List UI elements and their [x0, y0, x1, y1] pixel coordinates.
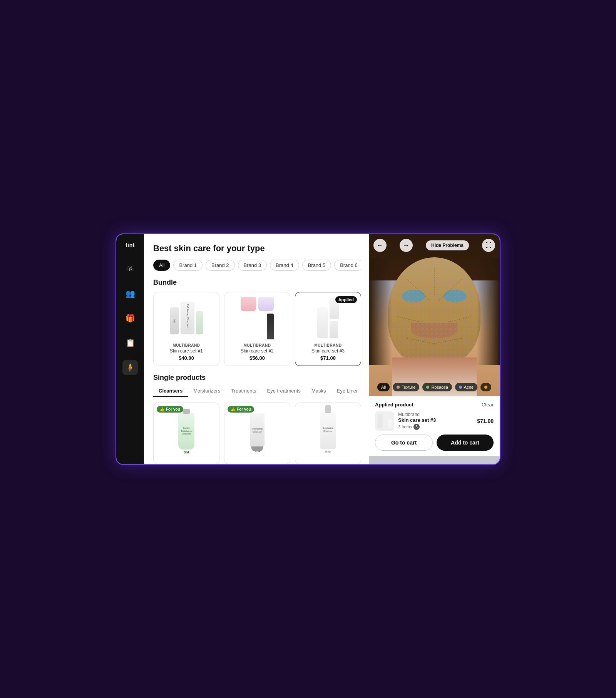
bundle-1-bottle-1: tint [170, 307, 179, 334]
app-window: tint 🛍 👥 🎁 📋 🧍 Best skin care for your t… [116, 233, 500, 465]
brand-filter-1[interactable]: Brand 1 [173, 260, 203, 271]
bundle-card-2[interactable]: MULTIBRAND Skin care set #2 $56.00 [224, 292, 290, 366]
brand-filter-all[interactable]: All [153, 260, 170, 271]
applied-product-thumb [375, 411, 394, 431]
brand-filter-2[interactable]: Brand 2 [206, 260, 235, 271]
page-title: Best skin care for your type [153, 243, 361, 253]
bundle-card-3[interactable]: Applied MULTIBRAND [295, 292, 361, 366]
skin-tag-all[interactable]: All [377, 383, 390, 391]
svg-line-5 [397, 317, 420, 322]
action-buttons: Go to cart Add to cart [375, 435, 494, 451]
product-card-3[interactable]: ExfoliatingCleanser tint [295, 403, 361, 464]
bundle-2-bottle-2 [258, 297, 274, 311]
bundle-3-price: $71.00 [300, 355, 356, 361]
more-dot [484, 386, 487, 389]
tab-masks[interactable]: Masks [306, 386, 331, 397]
top-section: Best skin care for your type All Brand 1… [144, 234, 500, 464]
texture-dot [397, 386, 400, 389]
skin-tags: All Texture Rosacea [369, 383, 500, 391]
brand-filters: All Brand 1 Brand 2 Brand 3 Brand 4 Bran… [153, 260, 361, 271]
forward-button[interactable]: → [400, 239, 413, 252]
bundle-2-products [241, 297, 274, 339]
product-3-image: ExfoliatingCleanser tint [299, 407, 357, 453]
bundle-2-image [229, 297, 285, 339]
applied-brand: Multibrand [398, 412, 473, 417]
thumbs-up-icon-1: 👍 [160, 407, 164, 411]
bundle-grid: tint Exfoliating Cleanser MULTIBRAND Ski… [153, 292, 361, 366]
applied-product-info: Multibrand Skin care set #3 3 Items 3 [398, 412, 473, 430]
svg-line-6 [448, 317, 471, 322]
thumbs-up-icon-2: 👍 [231, 407, 235, 411]
bundle-3-brand: MULTIBRAND [300, 343, 356, 347]
main-content: Best skin care for your type All Brand 1… [144, 234, 500, 464]
brand-filter-4[interactable]: Brand 4 [270, 260, 299, 271]
bundle-2-brand: MULTIBRAND [229, 343, 285, 347]
applied-price: $71.00 [477, 418, 494, 424]
sidebar-logo: tint [126, 242, 135, 248]
bundle-3-image [300, 297, 356, 339]
bundle-3-products [317, 298, 339, 338]
rosacea-tag-label: Rosacea [431, 385, 448, 389]
hide-problems-button[interactable]: Hide Problems [426, 240, 469, 250]
tab-treatments[interactable]: Treatments [226, 386, 261, 397]
sidebar-item-body[interactable]: 🧍 [122, 360, 138, 375]
bundle-3-name: Skin care set #3 [300, 348, 356, 354]
back-button[interactable]: ← [373, 239, 387, 252]
for-you-badge-2: 👍 For you [228, 406, 254, 413]
skin-tag-rosacea[interactable]: Rosacea [422, 383, 452, 391]
bundle-card-1[interactable]: tint Exfoliating Cleanser MULTIBRAND Ski… [153, 292, 219, 366]
texture-tag-label: Texture [402, 385, 415, 389]
product-1-image: GentleExfoliatingCleanser tint [157, 407, 215, 453]
bundle-1-bottle-3 [196, 311, 203, 334]
expand-button[interactable]: ⛶ [482, 239, 495, 252]
brand-filter-3[interactable]: Brand 3 [238, 260, 267, 271]
hair-right [477, 257, 500, 365]
bundle-1-price: $40.00 [158, 355, 214, 361]
svg-line-2 [407, 279, 430, 300]
tab-cleansers[interactable]: Cleansers [153, 386, 188, 397]
skin-tag-more[interactable] [480, 383, 491, 391]
camera-panel: ← → Hide Problems ⛶ [369, 234, 500, 464]
applied-product-section: Applied product Clear [369, 396, 500, 456]
face-skin [388, 257, 480, 365]
tab-eye-treatments[interactable]: Eye treatments [262, 386, 306, 397]
applied-badge: Applied [335, 296, 357, 303]
sidebar-item-clipboard[interactable]: 📋 [122, 335, 138, 351]
single-products-title: Single products [153, 374, 361, 382]
applied-name: Skin care set #3 [398, 417, 473, 423]
product-card-1[interactable]: 👍 For you GentleExfoliatingCleanser tin [153, 403, 219, 464]
sidebar-item-people[interactable]: 👥 [122, 286, 138, 301]
bundle-1-name: Skin care set #1 [158, 348, 214, 354]
brand-filter-6[interactable]: Brand 6 [334, 260, 361, 271]
sidebar-item-bag[interactable]: 🛍 [122, 261, 138, 277]
bundle-section-title: Bundle [153, 279, 361, 287]
applied-items: 3 Items 3 [398, 424, 473, 430]
product-card-2[interactable]: 👍 For you ExfoliatingCleanser tint [224, 403, 290, 464]
skin-tag-acne[interactable]: Acne [455, 383, 477, 391]
bundle-2-name: Skin care set #2 [229, 348, 285, 354]
bundle-2-bottle-1 [241, 297, 256, 311]
right-column: ← → Hide Problems ⛶ [369, 234, 500, 464]
sidebar: tint 🛍 👥 🎁 📋 🧍 [116, 234, 144, 464]
add-to-cart-button[interactable]: Add to cart [437, 435, 494, 451]
rosacea-dot [426, 386, 429, 389]
clear-button[interactable]: Clear [482, 402, 494, 408]
tab-eye-liner[interactable]: Eye Liner [331, 386, 362, 397]
analysis-lines [388, 257, 480, 365]
bundle-1-image: tint Exfoliating Cleanser [158, 297, 214, 339]
acne-tag-label: Acne [464, 385, 474, 389]
for-you-label-1: For you [166, 407, 180, 411]
sidebar-item-gift[interactable]: 🎁 [122, 310, 138, 326]
bundle-2-price: $56.00 [229, 355, 285, 361]
tab-moisturizers[interactable]: Moisturizers [188, 386, 226, 397]
items-label: 3 Items [398, 425, 412, 429]
applied-product-label: Applied product [375, 402, 413, 408]
product-grid: 👍 For you GentleExfoliatingCleanser tin [153, 403, 361, 464]
skin-tag-texture[interactable]: Texture [393, 383, 419, 391]
go-to-cart-button[interactable]: Go to cart [375, 435, 433, 451]
svg-line-8 [434, 338, 462, 344]
for-you-badge-1: 👍 For you [157, 406, 183, 413]
face-image-area: All Texture Rosacea [369, 234, 500, 396]
bundle-1-bottle-2: Exfoliating Cleanser [181, 302, 194, 334]
brand-filter-5[interactable]: Brand 5 [302, 260, 331, 271]
